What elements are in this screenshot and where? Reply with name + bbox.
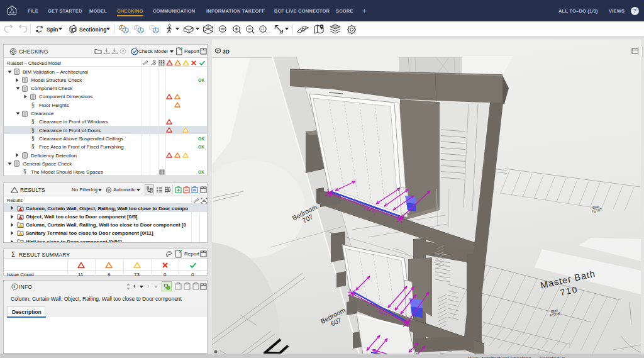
svg-text:3D: 3D	[223, 48, 230, 55]
